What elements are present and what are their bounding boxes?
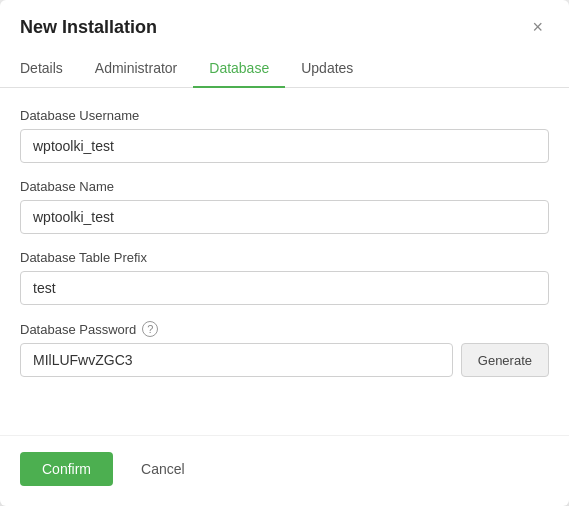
close-button[interactable]: × [526,16,549,38]
db-username-label: Database Username [20,108,549,123]
db-password-label: Database Password ? [20,321,549,337]
modal-header: New Installation × [0,0,569,38]
modal-body: Database Username Database Name Database… [0,88,569,435]
db-table-prefix-field: Database Table Prefix [20,250,549,305]
tab-database[interactable]: Database [193,50,285,88]
help-icon[interactable]: ? [142,321,158,337]
db-name-input[interactable] [20,200,549,234]
db-username-field: Database Username [20,108,549,163]
confirm-button[interactable]: Confirm [20,452,113,486]
cancel-button[interactable]: Cancel [123,452,203,486]
tab-bar: Details Administrator Database Updates [0,50,569,88]
tab-details[interactable]: Details [20,50,79,88]
tab-administrator[interactable]: Administrator [79,50,193,88]
db-name-field: Database Name [20,179,549,234]
db-password-input[interactable] [20,343,453,377]
generate-button[interactable]: Generate [461,343,549,377]
modal-footer: Confirm Cancel [0,435,569,506]
new-installation-modal: New Installation × Details Administrator… [0,0,569,506]
db-password-field: Database Password ? Generate [20,321,549,377]
password-row: Generate [20,343,549,377]
db-table-prefix-input[interactable] [20,271,549,305]
tab-updates[interactable]: Updates [285,50,369,88]
db-table-prefix-label: Database Table Prefix [20,250,549,265]
db-username-input[interactable] [20,129,549,163]
modal-title: New Installation [20,17,157,38]
db-name-label: Database Name [20,179,549,194]
